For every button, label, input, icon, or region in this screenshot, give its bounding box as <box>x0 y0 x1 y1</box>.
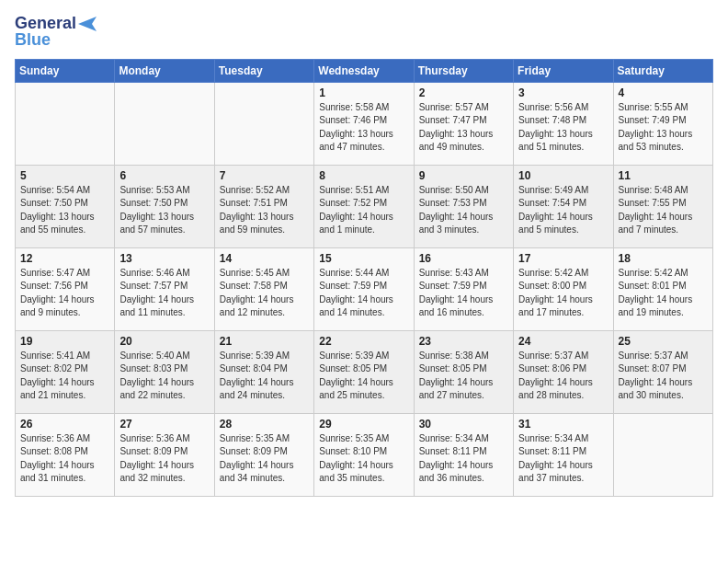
day-info: Sunrise: 5:39 AM Sunset: 8:04 PM Dayligh… <box>220 350 309 403</box>
calendar-cell <box>214 82 313 165</box>
day-info: Sunrise: 5:49 AM Sunset: 7:54 PM Dayligh… <box>518 184 608 237</box>
calendar-cell: 13Sunrise: 5:46 AM Sunset: 7:57 PM Dayli… <box>115 247 214 330</box>
weekday-header-sunday: Sunday <box>16 59 115 82</box>
day-number: 29 <box>319 418 408 431</box>
calendar-cell: 16Sunrise: 5:43 AM Sunset: 7:59 PM Dayli… <box>414 247 513 330</box>
weekday-header-friday: Friday <box>514 59 613 82</box>
day-number: 1 <box>319 86 408 99</box>
calendar-header: SundayMondayTuesdayWednesdayThursdayFrid… <box>16 59 713 82</box>
calendar-cell: 21Sunrise: 5:39 AM Sunset: 8:04 PM Dayli… <box>214 330 313 413</box>
weekday-header-tuesday: Tuesday <box>214 59 313 82</box>
day-info: Sunrise: 5:46 AM Sunset: 7:57 PM Dayligh… <box>119 267 209 320</box>
calendar-cell: 22Sunrise: 5:39 AM Sunset: 8:05 PM Dayli… <box>314 330 414 413</box>
day-number: 5 <box>20 169 109 182</box>
day-number: 11 <box>619 169 708 182</box>
calendar-cell: 18Sunrise: 5:42 AM Sunset: 8:01 PM Dayli… <box>613 247 712 330</box>
calendar-week-5: 26Sunrise: 5:36 AM Sunset: 8:08 PM Dayli… <box>16 413 713 496</box>
day-info: Sunrise: 5:35 AM Sunset: 8:09 PM Dayligh… <box>220 432 309 486</box>
day-number: 20 <box>119 335 209 348</box>
calendar-cell <box>613 413 712 496</box>
logo-bird-icon <box>78 17 97 31</box>
day-info: Sunrise: 5:56 AM Sunset: 7:48 PM Dayligh… <box>518 101 608 155</box>
calendar-cell: 9Sunrise: 5:50 AM Sunset: 7:53 PM Daylig… <box>414 165 513 247</box>
day-number: 3 <box>518 86 608 99</box>
day-info: Sunrise: 5:38 AM Sunset: 8:05 PM Dayligh… <box>419 350 508 403</box>
day-info: Sunrise: 5:52 AM Sunset: 7:51 PM Dayligh… <box>220 184 309 237</box>
calendar-cell: 20Sunrise: 5:40 AM Sunset: 8:03 PM Dayli… <box>115 330 214 413</box>
weekday-header-thursday: Thursday <box>414 59 513 82</box>
calendar-week-3: 12Sunrise: 5:47 AM Sunset: 7:56 PM Dayli… <box>16 247 713 330</box>
day-info: Sunrise: 5:57 AM Sunset: 7:47 PM Dayligh… <box>419 101 508 155</box>
day-number: 6 <box>119 169 209 182</box>
day-info: Sunrise: 5:39 AM Sunset: 8:05 PM Dayligh… <box>319 350 408 403</box>
calendar-week-2: 5Sunrise: 5:54 AM Sunset: 7:50 PM Daylig… <box>16 165 713 247</box>
calendar-cell: 7Sunrise: 5:52 AM Sunset: 7:51 PM Daylig… <box>214 165 313 247</box>
day-number: 15 <box>319 252 408 265</box>
calendar-cell: 31Sunrise: 5:34 AM Sunset: 8:11 PM Dayli… <box>514 413 613 496</box>
day-info: Sunrise: 5:50 AM Sunset: 7:53 PM Dayligh… <box>419 184 508 237</box>
day-info: Sunrise: 5:44 AM Sunset: 7:59 PM Dayligh… <box>319 267 408 320</box>
day-number: 22 <box>319 335 408 348</box>
day-number: 26 <box>20 418 109 431</box>
day-info: Sunrise: 5:53 AM Sunset: 7:50 PM Dayligh… <box>119 184 209 237</box>
page-header: General Blue <box>15 15 713 50</box>
day-number: 4 <box>619 86 708 99</box>
day-number: 18 <box>619 252 708 265</box>
calendar-week-1: 1Sunrise: 5:58 AM Sunset: 7:46 PM Daylig… <box>16 82 713 165</box>
calendar-cell: 8Sunrise: 5:51 AM Sunset: 7:52 PM Daylig… <box>314 165 414 247</box>
calendar-cell: 29Sunrise: 5:35 AM Sunset: 8:10 PM Dayli… <box>314 413 414 496</box>
day-number: 24 <box>518 335 608 348</box>
calendar-cell: 12Sunrise: 5:47 AM Sunset: 7:56 PM Dayli… <box>16 247 115 330</box>
day-number: 2 <box>419 86 508 99</box>
calendar-cell: 1Sunrise: 5:58 AM Sunset: 7:46 PM Daylig… <box>314 82 414 165</box>
calendar-cell: 17Sunrise: 5:42 AM Sunset: 8:00 PM Dayli… <box>514 247 613 330</box>
logo-text: General Blue <box>15 15 97 50</box>
calendar-cell: 3Sunrise: 5:56 AM Sunset: 7:48 PM Daylig… <box>514 82 613 165</box>
day-number: 31 <box>518 418 608 431</box>
day-number: 9 <box>419 169 508 182</box>
weekday-header-saturday: Saturday <box>613 59 712 82</box>
day-number: 30 <box>419 418 508 431</box>
day-info: Sunrise: 5:40 AM Sunset: 8:03 PM Dayligh… <box>119 350 209 403</box>
day-number: 7 <box>220 169 309 182</box>
day-info: Sunrise: 5:54 AM Sunset: 7:50 PM Dayligh… <box>20 184 109 237</box>
calendar-week-4: 19Sunrise: 5:41 AM Sunset: 8:02 PM Dayli… <box>16 330 713 413</box>
day-info: Sunrise: 5:34 AM Sunset: 8:11 PM Dayligh… <box>419 432 508 486</box>
calendar-cell: 2Sunrise: 5:57 AM Sunset: 7:47 PM Daylig… <box>414 82 513 165</box>
calendar-cell: 30Sunrise: 5:34 AM Sunset: 8:11 PM Dayli… <box>414 413 513 496</box>
day-info: Sunrise: 5:42 AM Sunset: 8:01 PM Dayligh… <box>619 267 708 320</box>
day-info: Sunrise: 5:37 AM Sunset: 8:07 PM Dayligh… <box>619 350 708 403</box>
day-number: 17 <box>518 252 608 265</box>
calendar-cell: 6Sunrise: 5:53 AM Sunset: 7:50 PM Daylig… <box>115 165 214 247</box>
day-number: 13 <box>119 252 209 265</box>
day-info: Sunrise: 5:42 AM Sunset: 8:00 PM Dayligh… <box>518 267 608 320</box>
logo: General Blue <box>15 15 97 50</box>
calendar-cell <box>16 82 115 165</box>
calendar-cell: 27Sunrise: 5:36 AM Sunset: 8:09 PM Dayli… <box>115 413 214 496</box>
calendar-cell: 23Sunrise: 5:38 AM Sunset: 8:05 PM Dayli… <box>414 330 513 413</box>
weekday-header-wednesday: Wednesday <box>314 59 414 82</box>
calendar-cell: 25Sunrise: 5:37 AM Sunset: 8:07 PM Dayli… <box>613 330 712 413</box>
day-number: 10 <box>518 169 608 182</box>
day-info: Sunrise: 5:45 AM Sunset: 7:58 PM Dayligh… <box>220 267 309 320</box>
calendar-cell <box>115 82 214 165</box>
day-number: 25 <box>619 335 708 348</box>
day-info: Sunrise: 5:37 AM Sunset: 8:06 PM Dayligh… <box>518 350 608 403</box>
calendar-cell: 15Sunrise: 5:44 AM Sunset: 7:59 PM Dayli… <box>314 247 414 330</box>
calendar-cell: 11Sunrise: 5:48 AM Sunset: 7:55 PM Dayli… <box>613 165 712 247</box>
day-info: Sunrise: 5:36 AM Sunset: 8:08 PM Dayligh… <box>20 432 109 486</box>
calendar-cell: 4Sunrise: 5:55 AM Sunset: 7:49 PM Daylig… <box>613 82 712 165</box>
calendar-cell: 19Sunrise: 5:41 AM Sunset: 8:02 PM Dayli… <box>16 330 115 413</box>
day-info: Sunrise: 5:47 AM Sunset: 7:56 PM Dayligh… <box>20 267 109 320</box>
day-info: Sunrise: 5:55 AM Sunset: 7:49 PM Dayligh… <box>619 101 708 155</box>
day-info: Sunrise: 5:35 AM Sunset: 8:10 PM Dayligh… <box>319 432 408 486</box>
calendar-cell: 5Sunrise: 5:54 AM Sunset: 7:50 PM Daylig… <box>16 165 115 247</box>
day-number: 23 <box>419 335 508 348</box>
calendar-cell: 10Sunrise: 5:49 AM Sunset: 7:54 PM Dayli… <box>514 165 613 247</box>
calendar-cell: 24Sunrise: 5:37 AM Sunset: 8:06 PM Dayli… <box>514 330 613 413</box>
day-number: 27 <box>119 418 209 431</box>
weekday-header-monday: Monday <box>115 59 214 82</box>
logo-blue: Blue <box>15 31 97 50</box>
calendar-table: SundayMondayTuesdayWednesdayThursdayFrid… <box>15 59 713 497</box>
day-number: 21 <box>220 335 309 348</box>
